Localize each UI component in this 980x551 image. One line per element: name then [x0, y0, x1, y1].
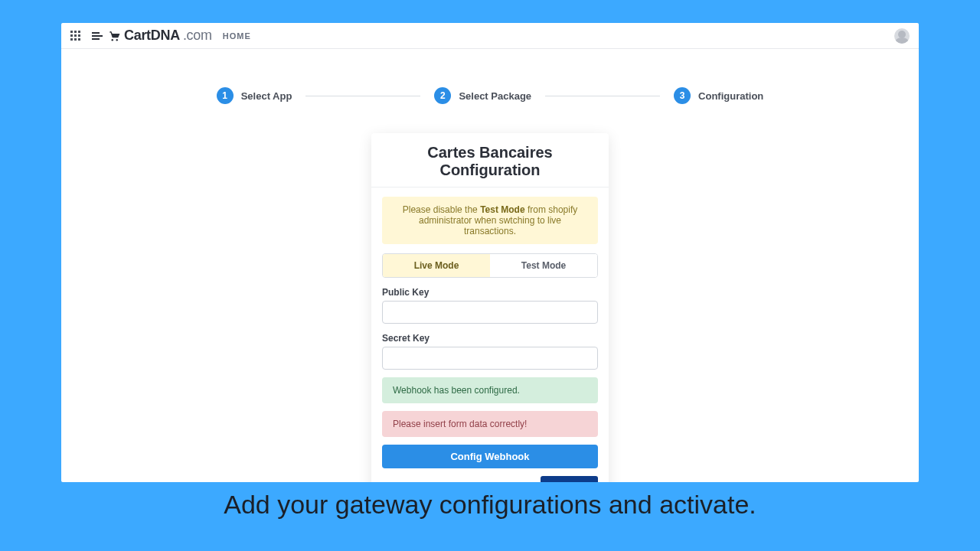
secret-key-field: Secret Key: [382, 333, 598, 370]
live-mode-tab[interactable]: Live Mode: [383, 254, 490, 277]
step-num-1: 1: [217, 87, 234, 104]
svg-point-0: [112, 39, 113, 41]
test-mode-tab[interactable]: Test Mode: [490, 254, 597, 277]
card-title: Cartes Bancaires Configuration: [371, 133, 609, 187]
form-error-alert: Please insert form data correctly!: [382, 411, 598, 437]
page-caption: Add your gateway configurations and acti…: [0, 490, 980, 520]
config-webhook-button[interactable]: Config Webhook: [382, 445, 598, 468]
step-num-3: 3: [674, 87, 691, 104]
mode-toggle: Live Mode Test Mode: [382, 253, 598, 278]
step-select-app[interactable]: 1 Select App: [217, 87, 292, 104]
brand-suffix: .com: [183, 28, 212, 44]
warning-bold: Test Mode: [480, 204, 524, 215]
apps-grid-icon[interactable]: [70, 31, 81, 41]
brand-logo[interactable]: CartDNA.com: [92, 28, 212, 44]
stepper: 1 Select App 2 Select Package 3 Configur…: [61, 87, 919, 104]
brand-name: CartDNA: [124, 28, 180, 44]
public-key-label: Public Key: [382, 287, 598, 298]
warning-pre: Please disable the: [403, 204, 480, 215]
test-mode-warning: Please disable the Test Mode from shopif…: [382, 197, 598, 244]
app-window: CartDNA.com HOME 1 Select App 2 Select P…: [61, 23, 919, 482]
webhook-success-alert: Webhook has been configured.: [382, 377, 598, 403]
step-label-1: Select App: [241, 90, 292, 102]
step-label-2: Select Package: [459, 90, 531, 102]
step-label-3: Configuration: [698, 90, 763, 102]
public-key-field: Public Key: [382, 287, 598, 324]
avatar-icon[interactable]: [894, 28, 910, 44]
update-button[interactable]: UPDATE: [541, 476, 598, 482]
nav-home[interactable]: HOME: [223, 31, 251, 41]
step-configuration[interactable]: 3 Configuration: [674, 87, 763, 104]
public-key-input[interactable]: [382, 301, 598, 324]
step-separator: [305, 96, 420, 96]
topbar: CartDNA.com HOME: [61, 23, 919, 49]
logo-bars-icon: [92, 32, 103, 40]
svg-point-1: [116, 39, 118, 41]
step-select-package[interactable]: 2 Select Package: [434, 87, 531, 104]
step-num-2: 2: [434, 87, 451, 104]
config-card: Cartes Bancaires Configuration Please di…: [371, 133, 609, 482]
cart-icon: [107, 29, 121, 43]
secret-key-input[interactable]: [382, 347, 598, 370]
step-separator: [545, 96, 660, 96]
secret-key-label: Secret Key: [382, 333, 598, 344]
